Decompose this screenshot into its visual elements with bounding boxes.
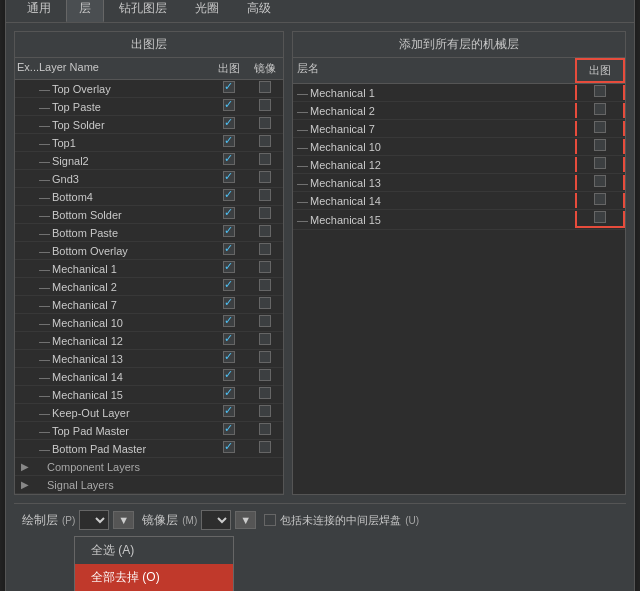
table-row[interactable]: —Mechanical 1 — [15, 260, 283, 278]
row-mirror[interactable] — [247, 171, 283, 186]
out-checkbox[interactable] — [223, 297, 235, 309]
out-checkbox[interactable] — [223, 225, 235, 237]
row-out[interactable] — [211, 423, 247, 438]
row-mirror[interactable] — [247, 81, 283, 96]
tab-drill[interactable]: 钻孔图层 — [106, 0, 180, 22]
row-mirror[interactable] — [247, 333, 283, 348]
row-mirror[interactable] — [247, 261, 283, 276]
table-row[interactable]: —Signal2 — [15, 152, 283, 170]
mirror-checkbox[interactable] — [259, 387, 271, 399]
table-row[interactable]: —Mechanical 14 — [15, 368, 283, 386]
out-checkbox[interactable] — [223, 99, 235, 111]
right-table-row[interactable]: —Mechanical 12 — [293, 156, 625, 174]
row-mirror[interactable] — [247, 279, 283, 294]
right-row-out[interactable] — [575, 157, 625, 172]
out-checkbox[interactable] — [223, 117, 235, 129]
row-out[interactable] — [211, 333, 247, 348]
row-out[interactable] — [211, 369, 247, 384]
select-all-item[interactable]: 全选 (A) — [75, 537, 233, 564]
mirror-checkbox[interactable] — [259, 405, 271, 417]
row-mirror[interactable] — [247, 441, 283, 456]
mirror-layer-dropdown[interactable]: ▼ — [235, 511, 256, 529]
right-out-checkbox[interactable] — [594, 211, 606, 223]
out-checkbox[interactable] — [223, 135, 235, 147]
out-checkbox[interactable] — [223, 171, 235, 183]
mirror-checkbox[interactable] — [259, 351, 271, 363]
table-row[interactable]: —Gnd3 — [15, 170, 283, 188]
row-out[interactable] — [211, 225, 247, 240]
row-mirror[interactable] — [247, 135, 283, 150]
right-out-checkbox[interactable] — [594, 121, 606, 133]
mirror-checkbox[interactable] — [259, 315, 271, 327]
out-checkbox[interactable] — [223, 351, 235, 363]
right-table-row[interactable]: —Mechanical 15 — [293, 210, 625, 230]
right-row-out[interactable] — [575, 175, 625, 190]
tab-general[interactable]: 通用 — [14, 0, 64, 22]
out-checkbox[interactable] — [223, 387, 235, 399]
table-row[interactable]: —Bottom4 — [15, 188, 283, 206]
row-mirror[interactable] — [247, 387, 283, 402]
right-table-body[interactable]: —Mechanical 1 —Mechanical 2 —Mechanical … — [293, 84, 625, 494]
out-checkbox[interactable] — [223, 261, 235, 273]
out-checkbox[interactable] — [223, 243, 235, 255]
table-row[interactable]: —Top Pad Master — [15, 422, 283, 440]
out-checkbox[interactable] — [223, 441, 235, 453]
table-row[interactable]: —Mechanical 15 — [15, 386, 283, 404]
row-mirror[interactable] — [247, 189, 283, 204]
table-row[interactable]: —Top Solder — [15, 116, 283, 134]
tab-aperture[interactable]: 光圈 — [182, 0, 232, 22]
row-out[interactable] — [211, 297, 247, 312]
table-row[interactable]: —Bottom Solder — [15, 206, 283, 224]
row-out[interactable] — [211, 171, 247, 186]
mirror-checkbox[interactable] — [259, 99, 271, 111]
table-row[interactable]: —Mechanical 13 — [15, 350, 283, 368]
table-row[interactable]: —Mechanical 2 — [15, 278, 283, 296]
tab-advanced[interactable]: 高级 — [234, 0, 284, 22]
draw-layer-select[interactable] — [79, 510, 109, 530]
right-table-row[interactable]: —Mechanical 2 — [293, 102, 625, 120]
mirror-checkbox[interactable] — [259, 369, 271, 381]
right-row-out[interactable] — [575, 85, 625, 100]
right-row-out[interactable] — [575, 139, 625, 154]
row-mirror[interactable] — [247, 243, 283, 258]
right-table-row[interactable]: —Mechanical 14 — [293, 192, 625, 210]
left-table-body[interactable]: —Top Overlay —Top Paste —Top Solder — [15, 80, 283, 494]
mirror-checkbox[interactable] — [259, 423, 271, 435]
table-row[interactable]: —Mechanical 10 — [15, 314, 283, 332]
mirror-checkbox[interactable] — [259, 117, 271, 129]
table-row[interactable]: —Bottom Pad Master — [15, 440, 283, 458]
row-out[interactable] — [211, 189, 247, 204]
row-mirror[interactable] — [247, 315, 283, 330]
out-checkbox[interactable] — [223, 423, 235, 435]
row-mirror[interactable] — [247, 99, 283, 114]
right-table-row[interactable]: —Mechanical 1 — [293, 84, 625, 102]
out-checkbox[interactable] — [223, 81, 235, 93]
mirror-checkbox[interactable] — [259, 243, 271, 255]
mirror-checkbox[interactable] — [259, 297, 271, 309]
right-row-out[interactable] — [575, 211, 625, 228]
row-out[interactable] — [211, 99, 247, 114]
mirror-checkbox[interactable] — [259, 153, 271, 165]
row-mirror[interactable] — [247, 423, 283, 438]
row-mirror[interactable] — [247, 405, 283, 420]
right-out-checkbox[interactable] — [594, 193, 606, 205]
row-out[interactable] — [211, 261, 247, 276]
out-checkbox[interactable] — [223, 279, 235, 291]
right-out-checkbox[interactable] — [594, 175, 606, 187]
right-out-checkbox[interactable] — [594, 85, 606, 97]
mirror-checkbox[interactable] — [259, 441, 271, 453]
out-checkbox[interactable] — [223, 189, 235, 201]
row-mirror[interactable] — [247, 351, 283, 366]
table-row[interactable]: ▶ Signal Layers — [15, 476, 283, 494]
mirror-checkbox[interactable] — [259, 279, 271, 291]
row-mirror[interactable] — [247, 153, 283, 168]
mirror-checkbox[interactable] — [259, 333, 271, 345]
row-mirror[interactable] — [247, 207, 283, 222]
row-out[interactable] — [211, 243, 247, 258]
table-row[interactable]: —Keep-Out Layer — [15, 404, 283, 422]
right-row-out[interactable] — [575, 121, 625, 136]
table-row[interactable]: —Bottom Paste — [15, 224, 283, 242]
include-unconnected-checkbox[interactable] — [264, 514, 276, 526]
row-mirror[interactable] — [247, 225, 283, 240]
draw-layer-dropdown[interactable]: ▼ — [113, 511, 134, 529]
